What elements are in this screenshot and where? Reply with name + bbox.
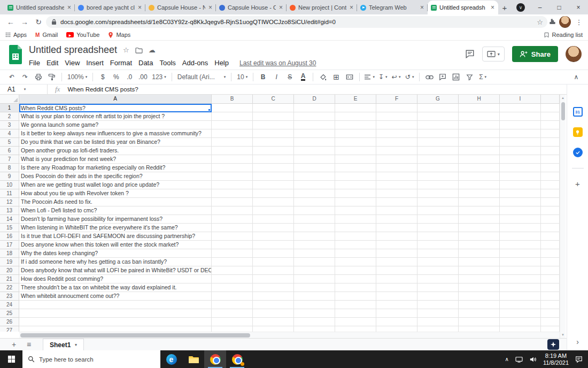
account-avatar[interactable] (566, 46, 582, 62)
cell-G15[interactable] (417, 224, 459, 232)
cell-G21[interactable] (417, 275, 459, 283)
decrease-decimal-button[interactable]: .0 (123, 71, 136, 83)
cell-C1[interactable] (253, 104, 294, 112)
cell-D3[interactable] (294, 121, 335, 129)
browser-tab[interactable]: Untitled spreadsh× (428, 1, 498, 14)
cell-F3[interactable] (376, 121, 417, 129)
close-button[interactable]: × (569, 0, 588, 14)
row-header-7[interactable]: 7 (0, 155, 19, 164)
cell-D2[interactable] (294, 112, 335, 121)
cell-H18[interactable] (459, 249, 500, 258)
cell-C4[interactable] (253, 129, 294, 138)
cell-E6[interactable] (335, 147, 376, 155)
cell-D26[interactable] (294, 318, 335, 326)
cell-I10[interactable] (500, 181, 541, 189)
cell-I26[interactable] (500, 318, 541, 326)
create-filter-button[interactable] (463, 71, 476, 83)
cell-D16[interactable] (294, 232, 335, 241)
cell-B5[interactable] (212, 138, 253, 147)
column-header-F[interactable]: F (376, 95, 417, 104)
cell-D20[interactable] (294, 266, 335, 275)
cell-E18[interactable] (335, 249, 376, 258)
cell-A20[interactable]: Does anybody know that what will LOFI be… (19, 266, 212, 275)
merge-cells-button[interactable] (343, 71, 356, 83)
tab-close-icon[interactable]: × (349, 4, 354, 11)
cell-F6[interactable] (376, 147, 417, 155)
cell-H25[interactable] (459, 309, 500, 318)
cell-D1[interactable] (294, 104, 335, 112)
cell-F10[interactable] (376, 181, 417, 189)
add-sheet-button[interactable]: + (7, 339, 20, 351)
cell-A27[interactable] (19, 326, 212, 332)
cell-E20[interactable] (335, 266, 376, 275)
cell-C16[interactable] (253, 232, 294, 241)
row-header-6[interactable]: 6 (0, 147, 19, 155)
cell-F2[interactable] (376, 112, 417, 121)
cell-J8[interactable] (541, 164, 560, 172)
cell-G25[interactable] (417, 309, 459, 318)
cell-I18[interactable] (500, 249, 541, 258)
cell-B27[interactable] (212, 326, 253, 332)
reload-button[interactable]: ↻ (32, 16, 45, 28)
cell-G1[interactable] (417, 104, 459, 112)
cell-B7[interactable] (212, 155, 253, 164)
cell-E4[interactable] (335, 129, 376, 138)
cell-D13[interactable] (294, 206, 335, 215)
cell-H4[interactable] (459, 129, 500, 138)
cell-E16[interactable] (335, 232, 376, 241)
cell-J18[interactable] (541, 249, 560, 258)
cell-D27[interactable] (294, 326, 335, 332)
cell-A19[interactable]: If i add someone here why hes getting a … (19, 258, 212, 266)
cell-E25[interactable] (335, 309, 376, 318)
cell-F16[interactable] (376, 232, 417, 241)
cell-I1[interactable] (500, 104, 541, 112)
menu-view[interactable]: View (61, 58, 83, 68)
strikethrough-button[interactable]: S (283, 71, 296, 83)
cell-E9[interactable] (335, 172, 376, 181)
cell-G2[interactable] (417, 112, 459, 121)
cell-E7[interactable] (335, 155, 376, 164)
cell-J13[interactable] (541, 206, 560, 215)
cell-J14[interactable] (541, 215, 560, 224)
column-header-B[interactable]: B (212, 95, 253, 104)
cell-B11[interactable] (212, 189, 253, 198)
functions-button[interactable]: Σ▾ (476, 71, 489, 83)
cell-A13[interactable]: When Lofi - Defi listed to cmc? (19, 206, 212, 215)
cell-G20[interactable] (417, 266, 459, 275)
cell-G7[interactable] (417, 155, 459, 164)
cell-I27[interactable] (500, 326, 541, 332)
sheet-tab-sheet1[interactable]: Sheet1 ▾ (43, 339, 84, 350)
cell-A26[interactable] (19, 318, 212, 326)
cell-H21[interactable] (459, 275, 500, 283)
browser-tab[interactable]: Untitled spreadshee× (4, 1, 75, 14)
insert-comment-button[interactable] (436, 71, 449, 83)
cell-J11[interactable] (541, 189, 560, 198)
cell-E21[interactable] (335, 275, 376, 283)
row-header-19[interactable]: 19 (0, 258, 19, 266)
cell-B22[interactable] (212, 283, 253, 292)
cell-F5[interactable] (376, 138, 417, 147)
cell-C27[interactable] (253, 326, 294, 332)
row-header-23[interactable]: 23 (0, 292, 19, 301)
taskbar-search-input[interactable] (39, 356, 155, 363)
scroll-down-icon[interactable]: ▼ (560, 332, 566, 338)
row-header-11[interactable]: 11 (0, 189, 19, 198)
row-header-8[interactable]: 8 (0, 164, 19, 172)
cell-C14[interactable] (253, 215, 294, 224)
more-formats-button[interactable]: 123▾ (150, 71, 168, 83)
cell-D5[interactable] (294, 138, 335, 147)
cell-E13[interactable] (335, 206, 376, 215)
cell-C26[interactable] (253, 318, 294, 326)
cell-I9[interactable] (500, 172, 541, 181)
cell-B19[interactable] (212, 258, 253, 266)
cell-A24[interactable] (19, 301, 212, 309)
cell-E1[interactable] (335, 104, 376, 112)
cell-A21[interactable]: How does Reddit post comming? (19, 275, 212, 283)
cell-F20[interactable] (376, 266, 417, 275)
menu-add-ons[interactable]: Add-ons (179, 58, 211, 68)
cell-I11[interactable] (500, 189, 541, 198)
cell-G9[interactable] (417, 172, 459, 181)
cell-I3[interactable] (500, 121, 541, 129)
cell-D9[interactable] (294, 172, 335, 181)
cell-E24[interactable] (335, 301, 376, 309)
